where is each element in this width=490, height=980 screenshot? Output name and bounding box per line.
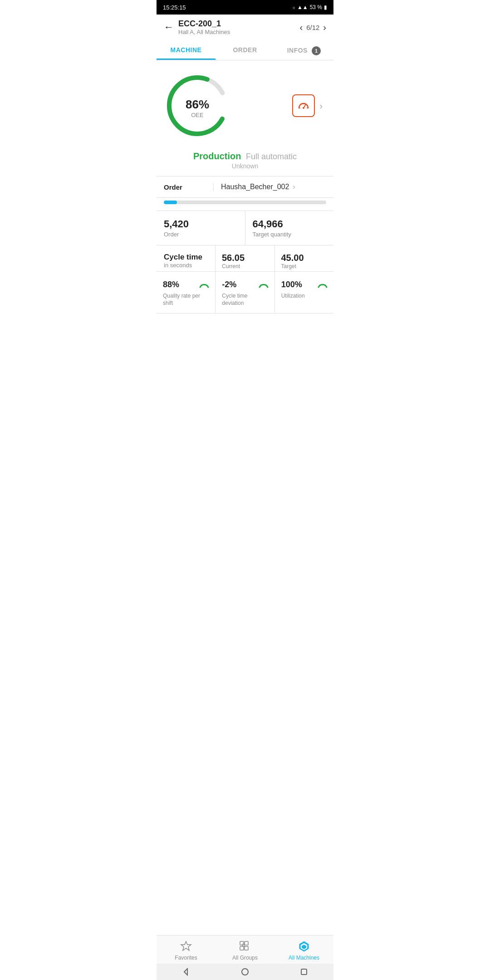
next-machine-button[interactable]: › [323,22,326,33]
tabs: MACHINE ORDER INFOS 1 [157,40,333,60]
stats-grid: 5,420 Order 64,966 Target quantity [157,211,333,245]
status-time: 15:25:15 [163,4,186,11]
order-progress-bar [164,201,326,204]
metric-deviation: -2% Cycle time deviation [216,272,274,313]
progress-container [157,198,333,211]
status-section: Production Full automatic Unknown [157,147,333,176]
infos-badge: 1 [312,46,321,55]
machine-name: ECC-200_1 [178,19,230,29]
battery-text: 53 % [310,4,322,10]
prev-machine-button[interactable]: ‹ [299,22,303,33]
utilization-value: 100% [281,280,302,289]
gauge-center: 86% OEE [186,98,209,118]
metric-quality-top: 88% [163,278,211,291]
status-unknown: Unknown [157,162,333,170]
tab-machine[interactable]: MACHINE [157,40,216,60]
cycle-time-current: 56.05 Current [216,245,275,271]
oee-value: 86% [186,98,209,112]
svg-point-3 [303,107,304,109]
cycle-time-header: Cycle time in seconds 56.05 Current 45.0… [157,245,333,271]
oee-gauge: 86% OEE [161,69,234,142]
quality-value: 88% [163,280,179,289]
cycle-time-main-label: Cycle time [164,253,211,262]
cycle-time-section: Cycle time in seconds 56.05 Current 45.0… [157,245,333,272]
deviation-arc-icon [257,278,270,291]
quality-arc-icon [198,278,211,291]
header-title: ECC-200_1 Hall A, All Machines [178,19,230,35]
speedometer-icon [297,99,310,113]
status-line: Production Full automatic [157,151,333,162]
cycle-current-label: Current [222,263,270,270]
page-indicator: 6/12 [306,24,319,31]
metrics-row: 88% Quality rate per shift -2% Cycle tim… [157,272,333,314]
cycle-time-values: 56.05 Current 45.00 Target [216,245,333,271]
status-icons: ⬦ ▲▲ 53 % ▮ [292,4,327,10]
order-row: Order Hausha_Becher_002 › [157,176,333,198]
tab-infos[interactable]: INFOS 1 [274,40,333,60]
content-area: 86% OEE › Production Full automatic [157,60,333,350]
battery-icon: ▮ [324,4,327,10]
order-qty-value: 5,420 [164,218,238,230]
tab-order[interactable]: ORDER [216,40,274,60]
status-production: Production [193,151,241,161]
signal-icon: ⬦ [292,4,295,10]
metric-quality: 88% Quality rate per shift [157,272,216,313]
oee-label: OEE [186,112,209,118]
order-progress-fill [164,201,177,204]
cycle-target-label: Target [281,263,329,270]
metric-deviation-top: -2% [222,278,270,291]
quality-label: Quality rate per shift [163,293,211,307]
order-label: Order [164,183,214,191]
metric-utilization-top: 100% [281,278,329,291]
header-left: ← ECC-200_1 Hall A, All Machines [164,19,230,35]
cycle-current-value: 56.05 [222,253,270,263]
stat-target-qty: 64,966 Target quantity [245,211,334,245]
order-qty-label: Order [164,231,238,238]
header-right: ‹ 6/12 › [299,22,326,33]
machine-location: Hall A, All Machines [178,29,230,35]
order-name: Hausha_Becher_002 [221,183,289,191]
target-qty-value: 64,966 [253,218,327,230]
target-qty-label: Target quantity [253,231,327,238]
cycle-time-target: 45.00 Target [275,245,334,271]
stat-order-qty: 5,420 Order [157,211,245,245]
gauge-detail-arrow[interactable]: › [319,101,323,111]
cycle-time-sub-label: in seconds [164,262,211,269]
speedometer-button[interactable] [292,94,315,117]
status-mode: Full automatic [246,152,297,161]
gauge-right: › [292,94,323,117]
cycle-time-label-cell: Cycle time in seconds [157,245,216,271]
order-detail-arrow[interactable]: › [293,183,295,191]
gauge-section: 86% OEE › [157,60,333,147]
metric-utilization: 100% Utilization [275,272,333,313]
network-icon: ▲▲ [297,4,308,10]
header: ← ECC-200_1 Hall A, All Machines ‹ 6/12 … [157,15,333,40]
deviation-label: Cycle time deviation [222,293,270,307]
utilization-label: Utilization [281,293,329,300]
cycle-target-value: 45.00 [281,253,329,263]
deviation-value: -2% [222,280,236,289]
status-bar: 15:25:15 ⬦ ▲▲ 53 % ▮ [157,0,333,15]
back-button[interactable]: ← [164,21,174,33]
utilization-arc-icon [316,278,329,291]
order-value: Hausha_Becher_002 › [221,183,295,191]
